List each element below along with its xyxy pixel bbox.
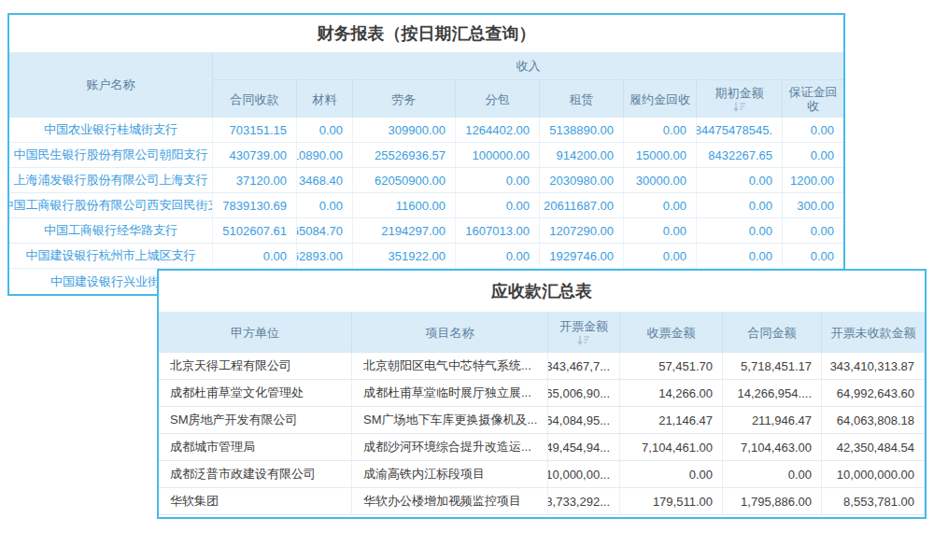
table-cell: 14,266.00 [620,380,723,406]
receivables-header: 甲方单位 项目名称 开票金额 收票金额 合同金额 开票未收款金额 [159,312,925,353]
table-cell: 7,104,463.00 [723,434,822,460]
table-row[interactable]: 北京天得工程有限公司北京朝阳区电气中芯特气系统...343,467,7...57… [159,353,925,380]
table-row[interactable]: 中国工商银行股份有限公司西安回民街支7839130.690.0011600.00… [9,193,843,218]
table-cell: 21,146.47 [620,407,723,433]
table-cell: 343,467,7... [548,353,620,379]
account-link[interactable]: 中国农业银行桂城街支行 [9,118,213,142]
financial-report-header: 账户名称 收入 合同收款 材料 劳务 分包 租赁 履约金回收 期初金额 [9,52,843,118]
table-cell: 42,350,484.54 [822,434,925,460]
account-link[interactable]: 上海浦发银行股份有限公司上海支行 [9,168,213,192]
table-cell: 0.00 [697,193,783,217]
table-cell: 0.00 [624,193,697,217]
table-cell: 0.00 [456,193,540,217]
table-row[interactable]: 华软集团华软办公楼增加视频监控项目8,733,292...179,511.001… [159,488,925,515]
column-header-labor: 劳务 [353,80,456,118]
income-subheader-row: 合同收款 材料 劳务 分包 租赁 履约金回收 期初金额 [213,80,843,118]
table-cell: 7839130.69 [213,193,297,217]
column-header-account: 账户名称 [9,52,213,118]
sort-descending-icon[interactable] [577,335,590,345]
table-cell: SM广场地下车库更换摄像机及... [352,407,548,433]
table-cell: 7,104,461.00 [620,434,723,460]
column-header-opening-amount[interactable]: 期初金额 [697,80,783,118]
table-cell: 成都沙河环境综合提升改造运... [352,434,548,460]
table-cell: 0.00 [624,218,697,243]
table-cell: 2194297.00 [353,218,456,243]
table-cell: 0.00 [783,143,843,167]
table-cell: 703151.15 [213,118,297,142]
table-cell: 5,718,451.17 [723,353,822,379]
table-cell: 0.00 [723,461,822,487]
table-cell: 15000.00 [624,143,697,167]
table-cell: 0.00 [297,118,353,142]
table-cell: 14,266,954.... [723,380,822,406]
column-header-invoiced-unpaid-amount: 开票未收款金额 [822,312,925,353]
table-cell: 49,454,94... [548,434,620,460]
table-cell: 成都杜甫草堂临时展厅独立展... [352,380,548,406]
table-cell: 300.00 [783,193,843,217]
financial-report-title: 财务报表（按日期汇总查询） [9,15,843,52]
table-row[interactable]: SM房地产开发有限公司SM广场地下车库更换摄像机及...64,084,95...… [159,407,925,434]
table-cell: 5138890.00 [540,118,624,142]
column-header-material: 材料 [297,80,353,118]
table-cell: 430739.00 [213,143,297,167]
table-cell: 64,992,643.60 [822,380,925,406]
account-link[interactable]: 中国民生银行股份有限公司朝阳支行 [9,143,213,167]
column-header-invoiced-amount[interactable]: 开票金额 [548,312,620,353]
table-cell: 64,063,808.18 [822,407,925,433]
table-row[interactable]: 中国农业银行桂城街支行703151.150.00309900.001264402… [9,118,843,143]
financial-report-panel: 财务报表（按日期汇总查询） 账户名称 收入 合同收款 材料 劳务 分包 租赁 履… [7,13,845,296]
table-cell: 北京天得工程有限公司 [159,353,352,379]
table-cell: SM房地产开发有限公司 [159,407,352,433]
account-link[interactable]: 中国工商银行股份有限公司西安回民街支 [9,193,213,217]
table-row[interactable]: 成都杜甫草堂文化管理处成都杜甫草堂临时展厅独立展...65,006,90...1… [159,380,925,407]
table-row[interactable]: 上海浦发银行股份有限公司上海支行37120.003468.4062050900.… [9,168,843,193]
table-cell: 1929746.00 [540,244,624,268]
table-cell: 343,410,313.87 [822,353,925,379]
table-cell: 62893.00 [297,244,353,268]
table-cell: 成都杜甫草堂文化管理处 [159,380,352,406]
table-row[interactable]: 成都泛普市政建设有限公司成渝高铁内江标段项目10,000,00...0.000.… [159,461,925,488]
table-row[interactable]: 中国工商银行经华路支行5102607.61365084.702194297.00… [9,218,843,244]
table-cell: 0.00 [783,118,843,142]
column-header-project-name: 项目名称 [352,312,548,353]
table-cell: 0.00 [697,244,783,268]
table-cell: 179,511.00 [620,488,723,514]
column-header-performance-bond: 履约金回收 [624,80,697,118]
table-cell: 365084.70 [297,218,353,243]
column-header-received-amount: 收票金额 [620,312,723,353]
column-group-income: 收入 [213,52,843,80]
table-cell: 0.00 [624,244,697,268]
table-row[interactable]: 中国建设银行杭州市上城区支行0.0062893.00351922.000.001… [9,244,843,269]
table-cell: 309900.00 [353,118,456,142]
table-cell: 1,795,886.00 [723,488,822,514]
table-cell: 0.00 [620,461,723,487]
column-header-contract-receipt: 合同收款 [213,80,297,118]
table-cell: 8432267.65 [697,143,783,167]
table-cell: 北京朝阳区电气中芯特气系统... [352,353,548,379]
receivables-summary-title: 应收款汇总表 [159,271,925,312]
table-cell: 1200.00 [783,168,843,192]
table-cell: 0.00 [624,118,697,142]
table-cell: 成都泛普市政建设有限公司 [159,461,352,487]
sort-descending-icon[interactable] [733,102,746,112]
financial-report-body: 中国农业银行桂城街支行703151.150.00309900.001264402… [9,118,843,294]
table-row[interactable]: 中国民生银行股份有限公司朝阳支行430739.0010890.002552693… [9,143,843,168]
table-cell: 1264402.00 [456,118,540,142]
column-header-deposit-recovery: 保证金回收 [783,80,843,118]
table-cell: 8,553,781.00 [822,488,925,514]
table-cell: 57,451.70 [620,353,723,379]
receivables-summary-panel: 应收款汇总表 甲方单位 项目名称 开票金额 收票金额 合同金额 开票未收款金额 … [157,269,927,519]
column-header-subcontract: 分包 [456,80,540,118]
table-cell: 0.00 [456,244,540,268]
table-cell: 64,084,95... [548,407,620,433]
account-link[interactable]: 中国工商银行经华路支行 [9,218,213,243]
table-cell: 11600.00 [353,193,456,217]
table-cell: 0.00 [697,168,783,192]
table-row[interactable]: 成都城市管理局成都沙河环境综合提升改造运...49,454,94...7,104… [159,434,925,461]
receivables-body: 北京天得工程有限公司北京朝阳区电气中芯特气系统...343,467,7...57… [159,353,925,515]
table-cell: 10,000,00... [548,461,620,487]
table-cell: 2030980.00 [540,168,624,192]
column-header-rental: 租赁 [540,80,624,118]
account-link[interactable]: 中国建设银行杭州市上城区支行 [9,244,213,268]
table-cell: 1207290.00 [540,218,624,243]
